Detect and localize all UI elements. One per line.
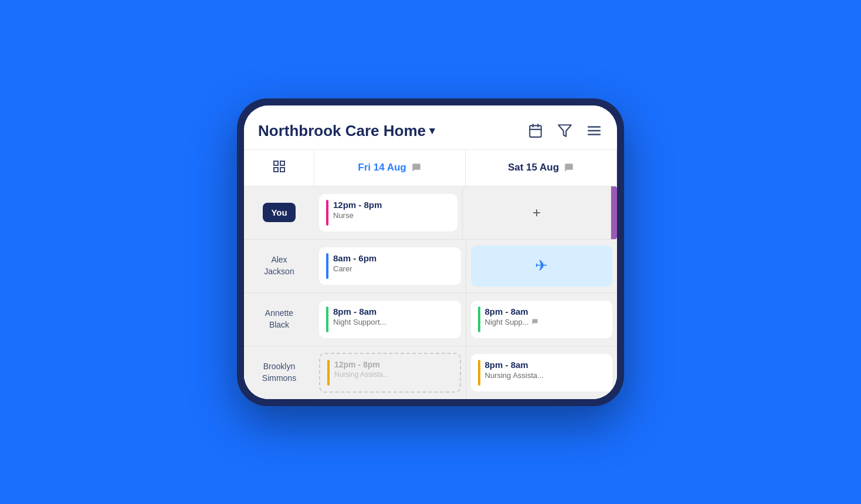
you-badge: You — [263, 203, 295, 222]
calendar-icon[interactable] — [527, 122, 544, 139]
shift-info-alex-fri: 8am - 6pm Carer — [333, 253, 454, 279]
staff-cell-brooklyn: Brooklyn Simmons — [244, 346, 314, 399]
shift-card-annette-sat: 8pm - 8am Night Supp... — [471, 301, 613, 338]
app-title[interactable]: Northbrook Care Home ▾ — [258, 122, 520, 140]
svg-rect-8 — [274, 161, 278, 165]
svg-rect-0 — [530, 125, 541, 137]
fri-chat-icon — [411, 162, 422, 173]
annette-fri-cell[interactable]: 8pm - 8am Night Support... — [314, 293, 466, 346]
add-icon: + — [526, 202, 547, 223]
header-icons — [527, 122, 603, 139]
shift-border-green — [326, 307, 328, 332]
brooklyn-day-cells: 12pm - 8pm Nursing Assista... 8pm - 8am … — [314, 346, 617, 399]
shift-border-blue — [326, 253, 328, 279]
shift-role: Night Support... — [333, 318, 454, 326]
tab-spacer — [244, 150, 314, 186]
brooklyn-sat-cell[interactable]: 8pm - 8am Nursing Assista... — [466, 346, 618, 399]
alex-fri-cell[interactable]: 8am - 6pm Carer — [314, 240, 466, 292]
shift-info-brooklyn-fri: 12pm - 8pm Nursing Assista... — [334, 360, 453, 386]
grid-icon — [272, 159, 286, 176]
shift-role-with-chat: Night Supp... — [485, 318, 606, 326]
staff-name-brooklyn: Brooklyn Simmons — [262, 361, 296, 384]
shift-time: 8pm - 8am — [333, 307, 454, 316]
you-sat-cell[interactable]: + — [463, 186, 611, 239]
shift-border-pink — [326, 200, 328, 226]
svg-rect-11 — [280, 168, 284, 172]
annette-day-cells: 8pm - 8am Night Support... 8pm - 8am Nig — [314, 293, 617, 346]
you-fri-cell[interactable]: 12pm - 8pm Nurse — [314, 186, 463, 239]
staff-cell-you: You — [244, 186, 314, 239]
phone-frame: Northbrook Care Home ▾ — [237, 98, 624, 406]
airplane-icon: ✈ — [535, 257, 548, 275]
phone-screen: Northbrook Care Home ▾ — [244, 105, 617, 399]
filter-icon[interactable] — [556, 122, 574, 139]
shift-time: 8am - 6pm — [333, 253, 454, 263]
shift-time: 8pm - 8am — [485, 360, 606, 370]
alex-sat-cell: ✈ — [466, 240, 618, 292]
purple-side-bar — [611, 186, 617, 239]
shift-info-annette-fri: 8pm - 8am Night Support... — [333, 307, 454, 332]
table-row: You 12pm - 8pm Nurse — [244, 186, 617, 240]
chat-icon-annette-sat — [531, 318, 538, 325]
table-row: Brooklyn Simmons 12pm - 8pm Nursing Assi… — [244, 346, 617, 399]
shift-time-muted: 12pm - 8pm — [334, 360, 453, 369]
tab-fri-14-aug[interactable]: Fri 14 Aug — [314, 150, 466, 186]
svg-rect-9 — [280, 161, 284, 165]
table-row: Annette Black 8pm - 8am Night Support... — [244, 293, 617, 346]
shift-card-brooklyn-fri: 12pm - 8pm Nursing Assista... — [319, 353, 461, 393]
title-text: Northbrook Care Home — [258, 122, 426, 140]
chevron-down-icon: ▾ — [429, 124, 435, 137]
shift-card-alex-fri: 8am - 6pm Carer — [319, 247, 461, 285]
shift-border-yellow — [327, 360, 330, 386]
brooklyn-fri-cell[interactable]: 12pm - 8pm Nursing Assista... — [314, 346, 466, 399]
staff-name-alex: Alex Jackson — [264, 254, 294, 277]
shift-border-yellow-2 — [478, 360, 480, 386]
shift-role: Nurse — [333, 211, 450, 220]
sat-tab-label: Sat 15 Aug — [508, 162, 559, 173]
shift-border-green-2 — [478, 307, 480, 332]
schedule-grid: You 12pm - 8pm Nurse — [244, 186, 617, 399]
shift-card-brooklyn-sat: 8pm - 8am Nursing Assista... — [471, 354, 613, 391]
svg-marker-4 — [558, 125, 571, 137]
svg-rect-10 — [274, 168, 278, 172]
app-header: Northbrook Care Home ▾ — [244, 105, 617, 149]
shift-info-brooklyn-sat: 8pm - 8am Nursing Assista... — [485, 360, 606, 386]
sat-chat-icon — [564, 162, 574, 173]
shift-time: 12pm - 8pm — [333, 200, 450, 210]
staff-cell-alex: Alex Jackson — [244, 240, 314, 292]
you-day-cells: 12pm - 8pm Nurse + — [314, 186, 617, 239]
add-shift-you-sat[interactable]: + — [467, 192, 606, 233]
shift-role-muted: Nursing Assista... — [334, 370, 453, 379]
day-tabs: Fri 14 Aug Sat 15 Aug — [244, 149, 617, 186]
shift-role: Carer — [333, 264, 454, 273]
table-row: Alex Jackson 8am - 6pm Carer — [244, 240, 617, 293]
shift-info-you-fri: 12pm - 8pm Nurse — [333, 200, 450, 226]
shift-time: 8pm - 8am — [485, 307, 606, 316]
menu-icon[interactable] — [585, 122, 603, 139]
shift-card-annette-fri: 8pm - 8am Night Support... — [319, 301, 461, 338]
shift-info-annette-sat: 8pm - 8am Night Supp... — [485, 307, 606, 332]
tab-sat-15-aug[interactable]: Sat 15 Aug — [466, 150, 617, 186]
shift-role: Nursing Assista... — [485, 371, 606, 380]
shift-card-you-fri: 12pm - 8pm Nurse — [319, 194, 457, 231]
vacation-card-alex-sat: ✈ — [471, 246, 613, 287]
staff-name-annette: Annette Black — [265, 308, 293, 331]
staff-cell-annette: Annette Black — [244, 293, 314, 346]
fri-tab-label: Fri 14 Aug — [358, 162, 406, 173]
annette-sat-cell[interactable]: 8pm - 8am Night Supp... — [466, 293, 618, 346]
alex-day-cells: 8am - 6pm Carer ✈ — [314, 240, 617, 292]
